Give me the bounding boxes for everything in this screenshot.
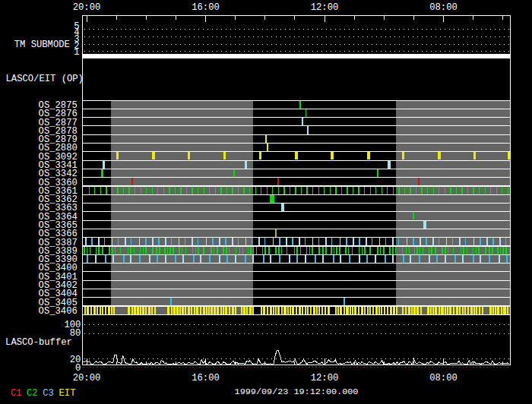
svg-text:C2: C2 [27, 388, 38, 399]
svg-text:1999/09/23 19:12:00.000: 1999/09/23 19:12:00.000 [235, 387, 359, 397]
svg-text:TM SUBMODE: TM SUBMODE [14, 39, 70, 50]
svg-text:08:00: 08:00 [429, 373, 458, 383]
svg-text:80: 80 [70, 328, 81, 339]
svg-text:08:00: 08:00 [429, 2, 458, 13]
svg-text:16:00: 16:00 [192, 2, 220, 13]
svg-text:12:00: 12:00 [311, 373, 339, 383]
svg-text:LASCO-buffer: LASCO-buffer [5, 337, 72, 348]
svg-text:1: 1 [74, 47, 79, 58]
svg-text:C1: C1 [11, 388, 22, 399]
svg-text:20:00: 20:00 [73, 2, 101, 13]
svg-text:C3: C3 [43, 388, 54, 399]
svg-text:EIT: EIT [59, 388, 76, 399]
svg-text:20:00: 20:00 [73, 373, 101, 383]
svg-text:0: 0 [75, 363, 81, 374]
svg-text:OS_3406: OS_3406 [39, 306, 78, 317]
svg-text:16:00: 16:00 [192, 373, 220, 383]
svg-text:12:00: 12:00 [311, 2, 339, 13]
svg-text:LASCO/EIT (OP): LASCO/EIT (OP) [6, 74, 84, 84]
